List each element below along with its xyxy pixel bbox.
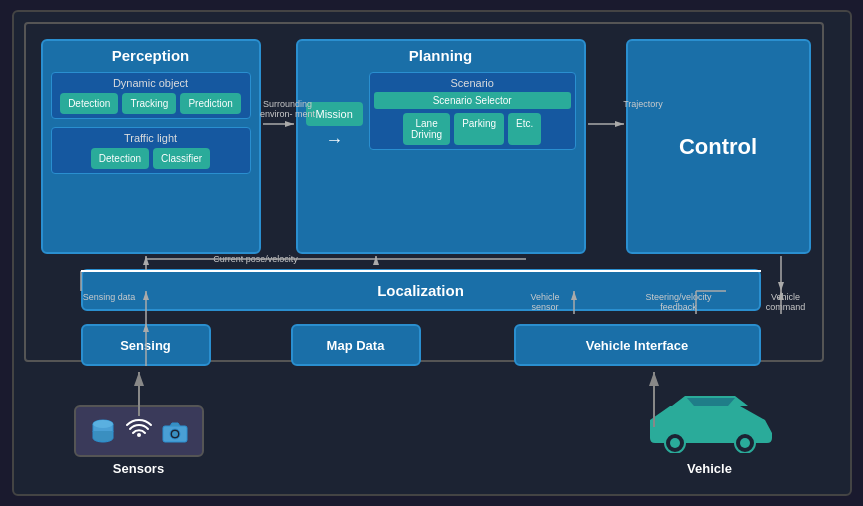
diagram-container: Perception Dynamic object Detection Trac… bbox=[12, 10, 852, 496]
vehicle-icon-svg bbox=[640, 388, 780, 453]
detection-box-1: Detection bbox=[60, 93, 118, 114]
svg-point-24 bbox=[670, 438, 680, 448]
vehicle-interface-label: Vehicle Interface bbox=[586, 338, 689, 353]
scenario-block: Scenario Scenario Selector LaneDriving P… bbox=[369, 72, 576, 150]
sensing-label: Sensing bbox=[120, 338, 171, 353]
localization-title: Localization bbox=[377, 282, 464, 299]
vehicle-command-label: Vehicle command bbox=[756, 292, 816, 312]
vehicle-label: Vehicle bbox=[630, 461, 790, 476]
sensors-external: Sensors bbox=[74, 405, 204, 476]
perception-block: Perception Dynamic object Detection Trac… bbox=[41, 39, 261, 254]
detection-box-2: Detection bbox=[91, 148, 149, 169]
sensors-label: Sensors bbox=[74, 461, 204, 476]
perception-title: Perception bbox=[43, 41, 259, 68]
prediction-box: Prediction bbox=[180, 93, 240, 114]
wifi-icon bbox=[125, 417, 153, 445]
planning-block: Planning Mission → Scenario Scenario Sel… bbox=[296, 39, 586, 254]
parking-box: Parking bbox=[454, 113, 504, 145]
svg-point-19 bbox=[93, 420, 113, 428]
control-title: Control bbox=[679, 134, 757, 160]
main-architecture-box: Perception Dynamic object Detection Trac… bbox=[24, 22, 824, 362]
vehicle-external: Vehicle bbox=[630, 388, 790, 476]
tracking-box: Tracking bbox=[122, 93, 176, 114]
sensors-icon-box bbox=[74, 405, 204, 457]
classifier-box: Classifier bbox=[153, 148, 210, 169]
scenario-sub-row: LaneDriving Parking Etc. bbox=[374, 113, 571, 145]
traffic-light-sub-row: Detection Classifier bbox=[56, 148, 246, 169]
svg-point-26 bbox=[740, 438, 750, 448]
scenario-selector: Scenario Selector bbox=[374, 92, 571, 109]
camera-icon bbox=[161, 417, 189, 445]
map-data-block: Map Data bbox=[291, 324, 421, 366]
current-pose-label: Current pose/velocity bbox=[206, 254, 306, 264]
lane-driving-box: LaneDriving bbox=[403, 113, 450, 145]
vehicle-interface-block: Vehicle Interface bbox=[514, 324, 761, 366]
traffic-light-title: Traffic light bbox=[56, 132, 246, 144]
svg-point-22 bbox=[172, 431, 178, 437]
dynamic-object-title: Dynamic object bbox=[56, 77, 246, 89]
vehicle-sensor-label: Vehicle sensor bbox=[518, 292, 573, 312]
dynamic-object-box: Dynamic object Detection Tracking Predic… bbox=[51, 72, 251, 119]
trajectory-label: Trajectory bbox=[616, 99, 671, 109]
traffic-light-box: Traffic light Detection Classifier bbox=[51, 127, 251, 174]
dynamic-object-sub-row: Detection Tracking Prediction bbox=[56, 93, 246, 114]
control-block: Control bbox=[626, 39, 811, 254]
map-data-label: Map Data bbox=[327, 338, 385, 353]
surrounding-env-label: Surrounding environ- ment bbox=[258, 99, 318, 119]
sensing-data-label: Sensing data bbox=[82, 292, 137, 302]
planning-title: Planning bbox=[298, 41, 584, 68]
etc-box: Etc. bbox=[508, 113, 541, 145]
scenario-title: Scenario bbox=[374, 77, 571, 89]
database-icon bbox=[89, 417, 117, 445]
sensing-block: Sensing bbox=[81, 324, 211, 366]
steering-feedback-label: Steering/velocity feedback bbox=[644, 292, 714, 312]
